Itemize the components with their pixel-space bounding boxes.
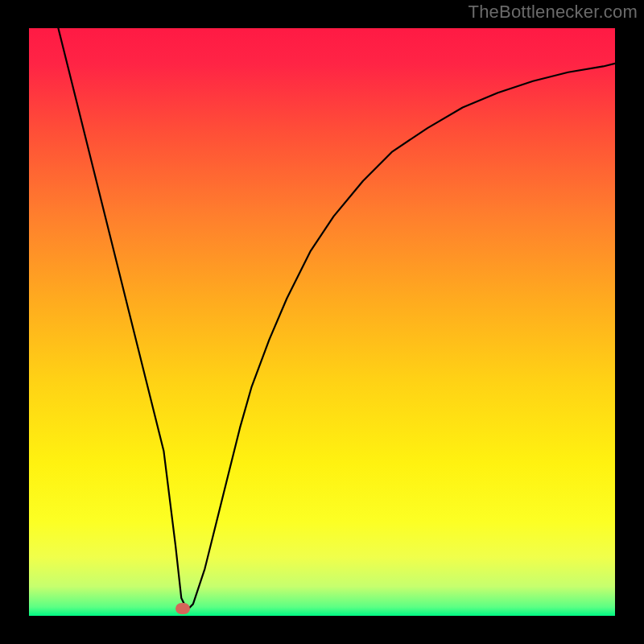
plot-area: [29, 28, 615, 616]
chart-stage: TheBottlenecker.com: [0, 0, 644, 644]
optimal-point-marker: [175, 603, 190, 614]
watermark-text: TheBottlenecker.com: [469, 2, 638, 23]
curve-path: [58, 28, 615, 610]
bottleneck-curve-line: [29, 28, 615, 616]
